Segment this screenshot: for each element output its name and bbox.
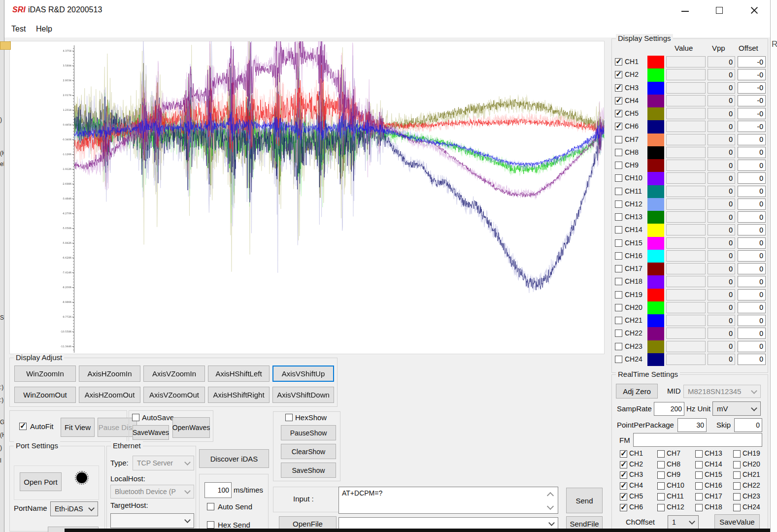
channel-offset-field[interactable]: 0 (738, 354, 766, 365)
channel-offset-field[interactable]: 0 (738, 302, 766, 313)
channel-offset-field[interactable]: 0 (738, 147, 766, 158)
rt-channel-checkbox-ch23[interactable] (733, 493, 741, 500)
scroll-down-icon[interactable] (547, 503, 554, 510)
open-waves-button[interactable]: OpenWaves (172, 417, 210, 438)
channel-checkbox-ch8[interactable] (615, 149, 622, 156)
button-axishshiftright[interactable]: AxisHShiftRight (208, 387, 270, 403)
pause-show-button[interactable]: PauseShow (281, 425, 336, 440)
autofit-checkbox[interactable] (19, 423, 27, 430)
interval-input[interactable]: 100 (204, 482, 232, 498)
button-axishzoomin[interactable]: AxisHZoomIn (79, 366, 140, 382)
clear-show-button[interactable]: ClearShow (281, 444, 336, 459)
channel-checkbox-ch18[interactable] (615, 278, 622, 285)
channel-checkbox-ch16[interactable] (615, 252, 622, 260)
hex-send-checkbox[interactable] (207, 521, 214, 529)
rt-channel-checkbox-ch8[interactable] (657, 461, 665, 468)
channel-offset-field[interactable]: 0 (738, 315, 766, 326)
rt-channel-checkbox-ch18[interactable] (695, 504, 703, 511)
rt-channel-checkbox-ch15[interactable] (695, 471, 703, 479)
auto-send-checkbox[interactable] (207, 503, 214, 510)
send-button[interactable]: Send (566, 488, 603, 513)
channel-offset-field[interactable]: 0 (738, 341, 766, 352)
channel-checkbox-ch3[interactable] (615, 84, 622, 92)
channel-offset-field[interactable]: 0 (738, 211, 766, 223)
autosave-checkbox[interactable] (132, 414, 139, 421)
rt-channel-checkbox-ch1[interactable] (620, 450, 627, 458)
channel-offset-field[interactable]: 0 (738, 160, 766, 171)
portname-dropdown[interactable]: Eth-iDAS (50, 501, 98, 516)
channel-checkbox-ch19[interactable] (615, 291, 622, 299)
rt-channel-checkbox-ch6[interactable] (620, 504, 627, 511)
rt-channel-checkbox-ch24[interactable] (733, 504, 741, 511)
rt-channel-checkbox-ch11[interactable] (657, 493, 665, 500)
save-waves-button[interactable]: SaveWaves (133, 425, 169, 440)
rt-channel-checkbox-ch16[interactable] (695, 482, 703, 490)
channel-checkbox-ch7[interactable] (615, 136, 622, 143)
discover-idas-button[interactable]: Discover iDAS (199, 449, 269, 468)
button-winzoomin[interactable]: WinZoomIn (14, 366, 76, 382)
channel-checkbox-ch13[interactable] (615, 213, 622, 221)
channel-checkbox-ch20[interactable] (615, 304, 622, 311)
rt-channel-checkbox-ch3[interactable] (620, 471, 627, 479)
channel-checkbox-ch24[interactable] (615, 356, 622, 363)
channel-checkbox-ch9[interactable] (615, 162, 622, 169)
button-winzoomout[interactable]: WinZoomOut (14, 387, 76, 403)
fit-view-button[interactable]: Fit View (61, 418, 95, 437)
button-axishzoomout[interactable]: AxisHZoomOut (79, 387, 140, 403)
channel-offset-field[interactable]: 0 (738, 289, 766, 300)
rt-channel-checkbox-ch9[interactable] (657, 471, 665, 479)
choffset-dropdown[interactable]: 1 (668, 515, 699, 529)
channel-checkbox-ch6[interactable] (615, 123, 622, 130)
channel-offset-field[interactable]: -0 (738, 82, 766, 94)
channel-offset-field[interactable]: -0 (738, 56, 766, 67)
minimize-button[interactable] (676, 4, 694, 19)
channel-offset-field[interactable]: 0 (738, 199, 766, 210)
button-axisvshiftdown[interactable]: AxisVShiftDown (272, 387, 334, 403)
channel-offset-field[interactable]: -0 (738, 95, 766, 106)
rt-channel-checkbox-ch2[interactable] (620, 461, 627, 468)
channel-checkbox-ch23[interactable] (615, 343, 622, 350)
channel-checkbox-ch14[interactable] (615, 226, 622, 233)
open-port-button[interactable]: Open Port (20, 472, 62, 491)
hexshow-checkbox[interactable] (285, 414, 293, 421)
channel-offset-field[interactable]: -0 (738, 69, 766, 80)
channel-offset-field[interactable]: 0 (738, 237, 766, 249)
channel-offset-field[interactable]: -0 (738, 121, 766, 132)
close-button[interactable] (745, 4, 763, 19)
channel-offset-field[interactable]: -0 (738, 108, 766, 119)
channel-offset-field[interactable]: 0 (738, 328, 766, 339)
rt-channel-checkbox-ch22[interactable] (733, 482, 741, 490)
rt-channel-checkbox-ch4[interactable] (620, 482, 627, 490)
channel-offset-field[interactable]: 0 (738, 250, 766, 262)
command-input[interactable]: AT+DCPM=? (338, 487, 558, 514)
channel-offset-field[interactable]: 0 (738, 276, 766, 287)
rt-channel-checkbox-ch19[interactable] (733, 450, 741, 458)
channel-checkbox-ch15[interactable] (615, 239, 622, 247)
scroll-up-icon[interactable] (547, 492, 554, 499)
channel-checkbox-ch4[interactable] (615, 97, 622, 104)
channel-checkbox-ch21[interactable] (615, 317, 622, 324)
channel-checkbox-ch22[interactable] (615, 330, 622, 337)
channel-checkbox-ch12[interactable] (615, 200, 622, 208)
menu-help[interactable]: Help (33, 24, 55, 34)
rt-channel-checkbox-ch14[interactable] (695, 461, 703, 468)
channel-offset-field[interactable]: 0 (738, 134, 766, 145)
button-axisvzoomout[interactable]: AxisVZoomOut (143, 387, 205, 403)
maximize-button[interactable] (711, 4, 729, 19)
rt-channel-checkbox-ch5[interactable] (620, 493, 627, 500)
channel-offset-field[interactable]: 0 (738, 186, 766, 197)
rt-channel-checkbox-ch20[interactable] (733, 461, 741, 468)
rt-channel-checkbox-ch12[interactable] (657, 504, 665, 511)
button-axisvzoomin[interactable]: AxisVZoomIn (143, 366, 205, 382)
channel-checkbox-ch17[interactable] (615, 265, 622, 272)
menu-test[interactable]: Test (8, 24, 29, 34)
button-axisvshiftup[interactable]: AxisVShiftUp (272, 366, 334, 382)
targethost-dropdown[interactable] (110, 513, 194, 528)
rt-channel-checkbox-ch7[interactable] (657, 450, 665, 458)
channel-checkbox-ch10[interactable] (615, 174, 622, 182)
channel-offset-field[interactable]: 0 (738, 224, 766, 235)
button-axishshiftleft[interactable]: AxisHShiftLeft (208, 366, 270, 382)
save-show-button[interactable]: SaveShow (281, 463, 336, 478)
channel-offset-field[interactable]: 0 (738, 172, 766, 184)
channel-checkbox-ch2[interactable] (615, 71, 622, 78)
